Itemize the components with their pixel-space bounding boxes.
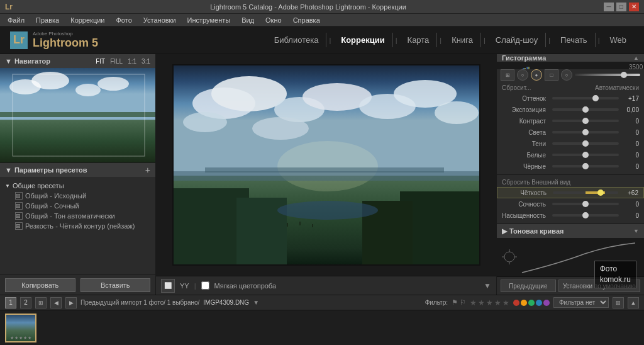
hist-grid-icon[interactable]: ⊞ [501,69,514,81]
reset-label[interactable]: Сбросит... [502,84,531,91]
exposure-adj-thumb[interactable] [582,106,589,113]
hist-circle2-icon[interactable]: ○ [561,69,572,81]
unflag-icon[interactable]: ⚐ [460,298,466,307]
hist-active-icon[interactable]: ● [531,69,542,81]
navigator-header[interactable]: ▼ Навигатор FIT FILL 1:1 3:1 [0,54,155,68]
tab-map[interactable]: Карта [400,33,438,47]
saturation-thumb[interactable] [582,212,589,218]
clarity-thumb[interactable] [597,189,604,196]
list-item[interactable]: ⊞ Общий - Сочный [0,201,155,211]
menu-file[interactable]: Файл [3,15,30,25]
minimize-button[interactable]: ─ [604,3,614,11]
soft-proof-checkbox[interactable] [201,281,209,290]
menu-edit[interactable]: Правка [31,15,64,25]
logo-icon: Lr [10,31,28,49]
exposure-slider[interactable] [575,74,640,76]
color-yellow[interactable] [521,300,527,306]
close-button[interactable]: ✕ [629,3,639,11]
prev-btn[interactable]: ◀ [50,297,62,308]
exposure-adj-slider[interactable] [552,108,619,111]
navigator-preview[interactable] [0,68,155,162]
list-item[interactable]: ⊞ Общий - Тон автоматически [0,211,155,221]
hist-circle-icon[interactable]: ○ [517,69,528,81]
menu-view[interactable]: Вид [236,15,259,25]
vibrance-thumb[interactable] [582,201,589,207]
page-2-btn[interactable]: 2 [20,297,31,308]
menu-window[interactable]: Окно [260,15,287,25]
filmstrip-settings[interactable]: ⊞ [613,297,624,308]
blacks-thumb[interactable] [582,163,589,169]
preset-group-header[interactable]: ▼ Общие пресеты [0,181,155,191]
color-purple[interactable] [543,300,550,306]
reset-view-label[interactable]: Сбросить Внешний вид [502,179,570,186]
view-mode-label[interactable]: YY [180,282,189,290]
menu-help[interactable]: Справка [288,15,325,25]
filename-dropdown[interactable]: ▼ [253,299,259,306]
paste-button[interactable]: Вставить [80,278,151,292]
exposure-thumb[interactable] [621,72,627,78]
hist-square-icon[interactable]: □ [545,69,558,81]
tone-thumb[interactable] [592,95,599,101]
clarity-slider[interactable] [553,191,618,194]
menu-settings[interactable]: Установки [138,15,181,25]
tab-slideshow[interactable]: Слайд-шоу [488,33,546,47]
menu-tools[interactable]: Инструменты [182,15,236,25]
list-item[interactable]: ⊞ Резкость - Чёткий контур (пейзаж) [0,221,155,231]
saturation-slider[interactable] [552,214,619,217]
vibrance-slider[interactable] [552,203,619,205]
star1[interactable]: ★ [470,298,477,307]
presets-header[interactable]: ▼ Параметры пресетов + [0,163,155,177]
tab-print[interactable]: Печать [553,33,596,47]
tab-book[interactable]: Книга [444,33,481,47]
list-item[interactable]: ⊞ Общий - Исходный [0,191,155,201]
contrast-thumb[interactable] [582,118,589,124]
zoom-1-1[interactable]: 1:1 [128,58,136,65]
add-preset-button[interactable]: + [145,165,150,175]
star3[interactable]: ★ [486,298,493,307]
tonecurve-header[interactable]: ▶ Тоновая кривая ▼ [497,224,644,238]
page-1-btn[interactable]: 1 [5,297,16,308]
tonecurve-collapse[interactable]: ▼ [633,228,639,234]
whites-slider[interactable] [552,154,619,156]
color-green[interactable] [528,300,535,306]
histogram-header[interactable]: Гистограмма ▲ [497,54,644,62]
auto-label[interactable]: Автоматически [595,84,639,91]
previous-button[interactable]: Предыдущие [501,280,556,292]
filter-dropdown[interactable]: Фильтра нет [553,297,609,308]
main-photo[interactable] [172,64,480,266]
contrast-slider[interactable] [552,120,619,122]
grid-view-btn[interactable]: ⊞ [35,297,47,308]
filmstrip-expand[interactable]: ▲ [628,297,639,308]
nav-divider5: | [548,37,550,44]
highlights-thumb[interactable] [582,129,589,135]
blacks-slider[interactable] [552,165,619,167]
whites-thumb[interactable] [582,152,589,158]
star5[interactable]: ★ [502,298,509,307]
crop-tool[interactable]: ⬜ [161,279,175,293]
maximize-button[interactable]: □ [616,3,626,11]
zoom-3-1[interactable]: 3:1 [142,58,150,65]
menu-photo[interactable]: Фото [111,15,137,25]
copy-button[interactable]: Копировать [5,278,75,292]
shadows-slider[interactable] [552,142,619,145]
tone-slider[interactable] [552,97,619,99]
tab-library[interactable]: Библиотека [267,33,327,47]
next-btn[interactable]: ▶ [65,297,77,308]
menu-corrections[interactable]: Коррекции [65,15,109,25]
tab-web[interactable]: Web [602,33,635,47]
color-blue[interactable] [536,300,542,306]
color-red[interactable] [513,300,519,306]
star2[interactable]: ★ [478,298,485,307]
nav-divider6: | [598,37,600,44]
zoom-fill[interactable]: FILL [110,58,123,65]
whites-value: 0 [621,152,639,159]
highlights-slider[interactable] [552,131,619,133]
zoom-fit[interactable]: FIT [96,58,105,65]
shadows-thumb[interactable] [582,140,589,147]
flag-icon[interactable]: ⚑ [452,298,458,307]
tab-develop[interactable]: Коррекции [333,33,392,47]
toolbar-dropdown[interactable]: ▼ [484,281,491,290]
histogram-collapse[interactable]: ▲ [633,55,639,61]
star4[interactable]: ★ [494,298,501,307]
film-thumb-1[interactable]: ★ ★ ★ ★ ★ [5,314,36,342]
